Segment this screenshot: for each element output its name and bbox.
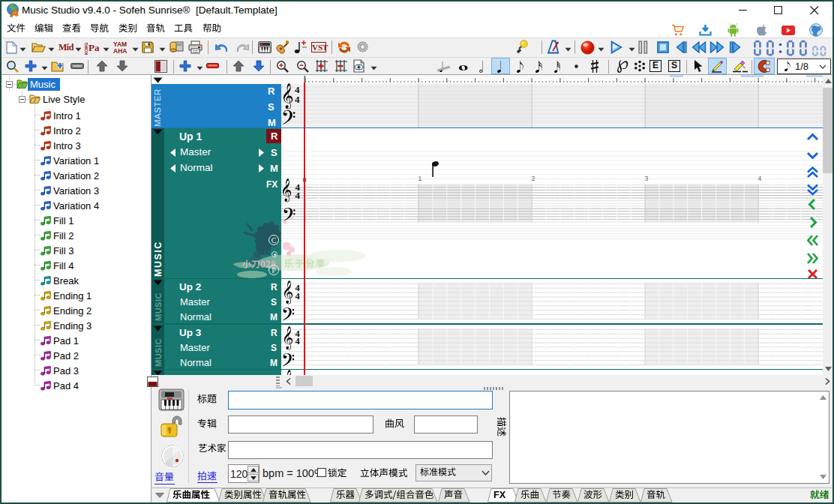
svg-text:MASTER: MASTER xyxy=(153,88,162,127)
svg-text:4: 4 xyxy=(758,175,762,182)
svg-text:MUSIC: MUSIC xyxy=(154,338,163,367)
svg-text:2: 2 xyxy=(532,175,536,182)
svg-text:♪: ♪ xyxy=(33,96,37,104)
svg-text:MUSIC: MUSIC xyxy=(153,241,164,277)
svg-text:3: 3 xyxy=(645,175,649,182)
svg-text:1: 1 xyxy=(418,175,422,182)
svg-text:MUSIC: MUSIC xyxy=(154,292,163,321)
svg-text:♪: ♪ xyxy=(20,81,24,88)
